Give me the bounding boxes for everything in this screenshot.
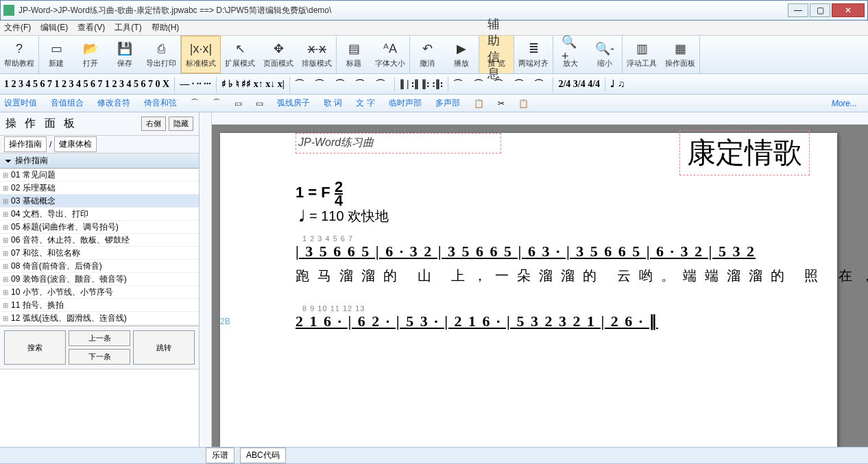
tb3-item-6[interactable]: ▭ — [234, 99, 242, 108]
tab-guide[interactable]: 操作指南 — [4, 136, 47, 152]
tab-score[interactable]: 乐谱 — [206, 448, 234, 463]
more-ties[interactable]: ⌒ ⌒ ⌒ ⌒ ⌒ — [453, 78, 548, 90]
tree-item-3[interactable]: 04 文档、导出、打印 — [0, 208, 199, 221]
toolbar-打开[interactable]: 📂打开 — [73, 36, 108, 73]
jump-button[interactable]: 跳转 — [133, 330, 195, 365]
menu-help[interactable]: 帮助(H) — [152, 22, 180, 34]
panel-section-header[interactable]: ⏷操作指南 — [0, 154, 199, 169]
barlines[interactable]: ‖ | :‖ ‖: :‖: — [400, 78, 444, 90]
tb3-item-8[interactable]: 弧线房子 — [277, 97, 310, 109]
operation-panel: 操 作 面 板 右侧 隐藏 操作指南 / 健康体检 ⏷操作指南 01 常见问题0… — [0, 112, 200, 447]
rest-symbols[interactable]: — · ·· ··· — [180, 79, 211, 90]
tb3-icon-2[interactable]: 📋 — [518, 99, 529, 108]
song-title: 康定情歌 — [687, 134, 802, 172]
search-button[interactable]: 搜索 — [4, 330, 66, 365]
accidentals[interactable]: ♯ ♭ ♮ ♯♯ x↑ x↓ x| — [221, 78, 285, 90]
tb3-icon-1[interactable]: ✂ — [498, 99, 505, 108]
tab-health[interactable]: 健康体检 — [54, 136, 97, 152]
tempo-marks[interactable]: ♩ ♫ — [610, 78, 625, 90]
tree-item-6[interactable]: 07 和弦、和弦名称 — [0, 247, 199, 260]
close-button[interactable]: ✕ — [832, 3, 865, 17]
app-icon — [3, 5, 14, 16]
toolbar-撤消[interactable]: ↶撤消 — [410, 36, 444, 73]
toolbar-预 览[interactable]: 辅助信息预 览 — [479, 36, 514, 73]
maximize-button[interactable]: ▢ — [810, 3, 830, 17]
toolbar-缩小[interactable]: 🔍-缩小 — [588, 36, 622, 73]
tb3-icon-0[interactable]: 📋 — [474, 99, 484, 108]
tb3-item-3[interactable]: 倚音和弦 — [144, 97, 177, 109]
tempo-mark: ♩= 110 欢快地 — [296, 207, 389, 225]
time-signatures[interactable]: 2/4 3/4 4/4 — [558, 79, 600, 90]
tree-item-10[interactable]: 11 拍号、换拍 — [0, 299, 199, 312]
panel-content — [0, 369, 199, 447]
toolbar-页面模式[interactable]: ✥页面模式 — [259, 36, 298, 73]
panel-title: 操 作 面 板 — [5, 117, 138, 131]
panel-hide-button[interactable]: 隐藏 — [169, 117, 193, 131]
toolbar-排版模式[interactable]: x̶·x̶排版模式 — [298, 36, 336, 73]
toolbar-浮动工具[interactable]: ▥浮动工具 — [623, 36, 661, 73]
tb3-item-11[interactable]: 临时声部 — [389, 97, 422, 109]
tab-abc[interactable]: ABC代码 — [240, 448, 286, 463]
title-box[interactable]: 康定情歌 — [679, 130, 810, 175]
tree-item-11[interactable]: 12 弧线(连线、圆滑线、连音线) — [0, 312, 199, 325]
score-page[interactable]: JP-Word练习曲 康定情歌 1 = F 24 ♩= 110 欢快地 1 2 … — [220, 133, 837, 447]
horizontal-ruler — [212, 112, 868, 125]
tb3-item-0[interactable]: 设置时值 — [4, 97, 37, 109]
tb3-item-12[interactable]: 多声部 — [435, 97, 460, 109]
tree-item-0[interactable]: 01 常见问题 — [0, 169, 199, 182]
panel-right-button[interactable]: 右侧 — [141, 117, 166, 131]
toolbar-标准模式[interactable]: |x·x|标准模式 — [181, 36, 221, 73]
vertical-ruler — [200, 112, 212, 447]
tb3-item-10[interactable]: 文 字 — [356, 97, 374, 109]
tree-item-9[interactable]: 10 小节、小节线、小节序号 — [0, 286, 199, 299]
tree-item-5[interactable]: 06 音符、休止符、散板、锣鼓经 — [0, 234, 199, 247]
main-toolbar: ?帮助教程▭新建📂打开💾保存⎙导出打印|x·x|标准模式↖扩展模式✥页面模式x̶… — [0, 36, 868, 74]
tree-item-2[interactable]: 03 基础概念 — [0, 195, 199, 208]
toolbar-放大[interactable]: 🔍+放大 — [553, 36, 588, 73]
tb3-item-9[interactable]: 歌 词 — [324, 97, 342, 109]
toolbar-新建[interactable]: ▭新建 — [39, 36, 73, 73]
toolbar-操作面板[interactable]: ▦操作面板 — [661, 36, 699, 73]
tb3-more[interactable]: More... — [832, 99, 857, 108]
tb3-item-2[interactable]: 修改音符 — [97, 97, 130, 109]
title-bar: JP-Word->JP-Word练习曲-歌曲-康定情歌.jpwabc ==> D… — [0, 0, 868, 21]
toolbar-播放[interactable]: ▶播放 — [444, 36, 479, 73]
canvas[interactable]: JP-Word练习曲 康定情歌 1 = F 24 ♩= 110 欢快地 1 2 … — [200, 112, 868, 447]
ties[interactable]: ⌒ ⌒ ⌒ ⌒ ⌒ — [295, 78, 389, 90]
line-marker: 2B — [220, 317, 230, 326]
toolbar-字体大小[interactable]: ᴬA字体大小 — [371, 36, 409, 73]
guide-tree: 01 常见问题02 乐理基础03 基础概念04 文档、导出、打印05 标题(词曲… — [0, 169, 199, 326]
toolbar-两端对齐[interactable]: ≣两端对齐 — [514, 36, 553, 73]
minimize-button[interactable]: — — [788, 3, 808, 17]
toolbar-扩展模式[interactable]: ↖扩展模式 — [221, 36, 259, 73]
menu-view[interactable]: 查看(V) — [77, 22, 105, 34]
toolbar-帮助教程[interactable]: ?帮助教程 — [0, 36, 38, 73]
notes-line-1[interactable]: | 3 5 6 6 5 | 6 · 3 2 | 3 5 6 6 5 | 6 3 … — [296, 243, 756, 260]
secondary-toolbar: 设置时值音值组合修改音符倚音和弦⌒⌒▭▭弧线房子歌 词文 字临时声部多声部📋✂📋… — [0, 95, 868, 112]
toolbar-保存[interactable]: 💾保存 — [108, 36, 142, 73]
tree-item-4[interactable]: 05 标题(词曲作者、调号拍号) — [0, 221, 199, 234]
next-button[interactable]: 下一条 — [69, 349, 130, 365]
tree-item-7[interactable]: 08 倚音(前倚音、后倚音) — [0, 260, 199, 273]
tb3-item-7[interactable]: ▭ — [256, 99, 263, 108]
tb3-item-1[interactable]: 音值组合 — [51, 97, 84, 109]
tree-item-1[interactable]: 02 乐理基础 — [0, 182, 199, 195]
bar-numbers-2: 8 9 10 11 12 13 — [302, 304, 365, 313]
tree-item-8[interactable]: 09 装饰音(波音、颤音、顿音等) — [0, 273, 199, 286]
notes-line-2[interactable]: 2 1 6 · | 6 2 · | 5 3 · | 2 1 6 · | 5 3 … — [296, 313, 658, 330]
symbol-toolbar: 1 2 3 4 5 6 7 1 2 3 4 5 6 7 1 2 3 4 5 6 … — [0, 74, 868, 95]
subtitle: JP-Word练习曲 — [298, 136, 374, 150]
prev-button[interactable]: 上一条 — [69, 330, 130, 346]
toolbar-标题[interactable]: ▤标题 — [337, 36, 371, 73]
number-notes[interactable]: 1 2 3 4 5 6 7 1 2 3 4 5 6 7 1 2 3 4 5 6 … — [4, 79, 169, 90]
key-signature: 1 = F 24 — [296, 181, 343, 206]
bottom-tabs: 乐谱 ABC代码 — [0, 447, 868, 463]
menu-edit[interactable]: 编辑(E) — [40, 22, 68, 34]
toolbar-导出打印[interactable]: ⎙导出打印 — [142, 36, 180, 73]
menu-bar: 文件(F) 编辑(E) 查看(V) 工具(T) 帮助(H) — [0, 21, 868, 36]
tb3-item-5[interactable]: ⌒ — [213, 97, 221, 109]
tb3-item-4[interactable]: ⌒ — [191, 97, 199, 109]
menu-file[interactable]: 文件(F) — [4, 22, 31, 34]
lyrics-line-1[interactable]: 跑马溜溜的 山 上，一朵溜溜的 云哟。端端溜溜的 照 在，康定 溜 — [296, 267, 868, 285]
menu-tools[interactable]: 工具(T) — [114, 22, 141, 34]
